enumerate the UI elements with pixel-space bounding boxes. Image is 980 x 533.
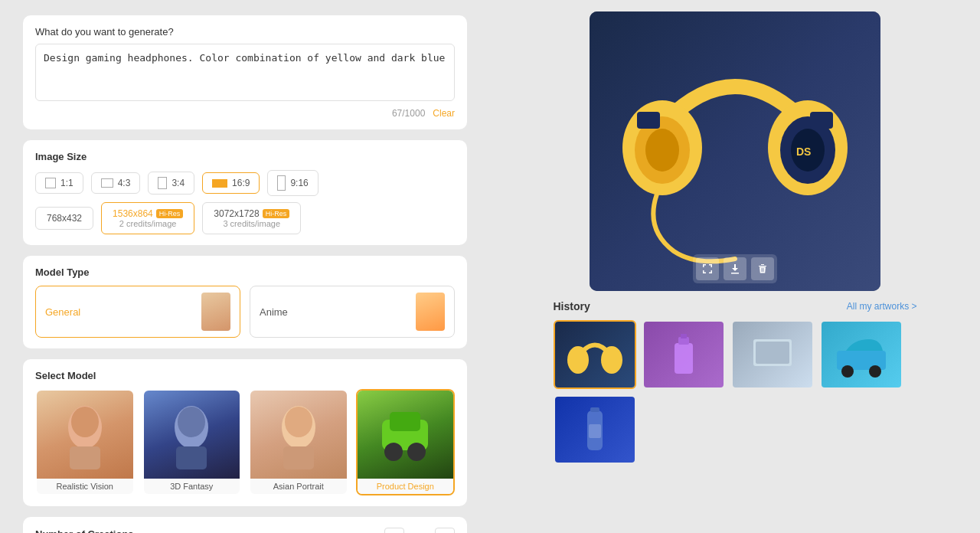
model-name-product: Product Design	[358, 479, 454, 494]
svg-point-11	[384, 443, 403, 461]
main-image-container: DS	[590, 11, 880, 291]
model-type-section: Model Type General Anime	[23, 256, 467, 348]
size-options: 1:1 4:3 3:4 16:9 9:16	[35, 170, 455, 196]
history-img-perfume	[644, 322, 724, 387]
size-icon-9-16	[277, 175, 286, 191]
svg-point-12	[407, 443, 426, 461]
image-size-section: Image Size 1:1 4:3 3:4 16:9 9:16	[23, 140, 467, 245]
size-btn-4-3[interactable]: 4:3	[91, 172, 141, 194]
svg-rect-10	[390, 412, 420, 431]
svg-point-31	[869, 365, 881, 378]
history-section: History All my artworks >	[554, 300, 917, 464]
svg-point-1	[71, 407, 99, 437]
svg-text:DS: DS	[796, 146, 811, 158]
model-grid: Realistic Vision 3D Fantasy	[35, 389, 455, 495]
increment-button[interactable]: +	[435, 528, 455, 533]
download-button[interactable]	[724, 257, 746, 280]
size-label-4-3: 4:3	[118, 178, 131, 188]
history-img-headphones	[555, 322, 635, 387]
svg-rect-8	[283, 446, 314, 469]
char-count: 67/1000	[392, 108, 425, 119]
svg-rect-19	[637, 112, 660, 129]
history-thumb-phone[interactable]	[731, 320, 814, 389]
res-label-3072: 3072x1728	[214, 208, 259, 219]
history-img-car	[822, 322, 901, 387]
model-name-portrait: Asian Portrait	[250, 479, 347, 494]
size-icon-16-9	[212, 179, 227, 188]
model-type-anime-label: Anime	[260, 306, 288, 318]
model-card-fantasy[interactable]: 3D Fantasy	[142, 389, 242, 495]
size-btn-16-9[interactable]: 16:9	[202, 172, 260, 194]
res-label-768: 768x432	[47, 213, 82, 224]
size-btn-3-4[interactable]: 3:4	[148, 172, 194, 195]
svg-rect-33	[590, 407, 599, 412]
size-btn-1-1[interactable]: 1:1	[35, 172, 83, 194]
prompt-label: What do you want to generate?	[35, 26, 455, 38]
creations-row: Number of Creations - 1 +	[35, 528, 455, 533]
size-label-16-9: 16:9	[232, 178, 250, 188]
expand-button[interactable]	[696, 257, 719, 280]
model-card-product[interactable]: Product Design	[356, 389, 456, 495]
prompt-input[interactable]: Design gaming headphones. Color combinat…	[35, 44, 455, 101]
svg-point-22	[567, 346, 589, 374]
res-btn-1536[interactable]: 1536x864 Hi-Res 2 credits/image	[101, 202, 194, 234]
anime-thumb-image	[416, 293, 445, 331]
history-grid	[554, 320, 917, 464]
select-model-section: Select Model Realistic Vision	[23, 359, 467, 506]
all-artworks-link[interactable]: All my artworks >	[847, 301, 917, 312]
model-card-portrait[interactable]: Asian Portrait	[249, 389, 348, 495]
history-title: History	[554, 300, 590, 312]
model-name-fantasy: 3D Fantasy	[144, 479, 240, 494]
model-img-product	[358, 391, 454, 479]
model-type-row: General Anime	[35, 286, 455, 338]
svg-rect-5	[176, 446, 207, 469]
res-label-1536: 1536x864	[113, 208, 153, 219]
creations-label: Number of Creations	[35, 528, 134, 534]
res-btn-3072[interactable]: 3072x1728 Hi-Res 3 credits/image	[202, 202, 301, 234]
stepper: - 1 +	[384, 528, 455, 533]
history-thumb-headphones[interactable]	[554, 320, 636, 389]
creations-section: Number of Creations - 1 +	[23, 517, 467, 533]
svg-rect-24	[675, 343, 693, 374]
history-thumb-perfume[interactable]	[642, 320, 725, 389]
select-model-label: Select Model	[35, 370, 455, 381]
image-actions	[693, 254, 777, 283]
prompt-section: What do you want to generate? Design gam…	[23, 15, 467, 129]
image-size-label: Image Size	[35, 151, 455, 162]
size-label-9-16: 9:16	[290, 178, 308, 188]
res-credits-1536: 2 credits/image	[113, 219, 183, 228]
resolution-row: 768x432 1536x864 Hi-Res 2 credits/image …	[35, 202, 455, 234]
model-type-general-label: General	[45, 306, 80, 318]
history-img-phone	[733, 322, 812, 387]
size-btn-9-16[interactable]: 9:16	[267, 170, 318, 196]
clear-button[interactable]: Clear	[433, 108, 455, 119]
size-icon-1-1	[45, 178, 56, 188]
history-img-bottle	[555, 397, 635, 463]
hi-res-badge-3072: Hi-Res	[263, 209, 290, 218]
model-card-realistic[interactable]: Realistic Vision	[35, 389, 135, 495]
model-name-realistic: Realistic Vision	[37, 479, 133, 494]
svg-point-23	[601, 346, 622, 374]
model-type-anime[interactable]: Anime	[250, 286, 455, 338]
size-label-1-1: 1:1	[60, 178, 74, 188]
size-label-3-4: 3:4	[172, 178, 185, 188]
svg-rect-26	[681, 334, 687, 338]
history-thumb-car[interactable]	[820, 320, 903, 389]
size-icon-3-4	[158, 177, 167, 189]
res-credits-3072: 3 credits/image	[214, 219, 289, 228]
size-icon-4-3	[101, 178, 113, 188]
svg-rect-2	[70, 446, 100, 469]
model-img-realistic	[37, 391, 133, 479]
svg-point-15	[645, 129, 679, 172]
svg-rect-28	[756, 342, 789, 364]
svg-rect-34	[589, 424, 601, 438]
history-header: History All my artworks >	[554, 300, 917, 312]
history-thumb-bottle[interactable]	[554, 395, 636, 464]
model-type-general[interactable]: General	[35, 286, 240, 338]
svg-point-7	[285, 407, 312, 437]
general-thumb-image	[201, 293, 230, 331]
res-btn-768[interactable]: 768x432	[35, 207, 93, 230]
decrement-button[interactable]: -	[384, 528, 404, 533]
svg-point-4	[178, 407, 205, 437]
delete-button[interactable]	[751, 257, 774, 280]
